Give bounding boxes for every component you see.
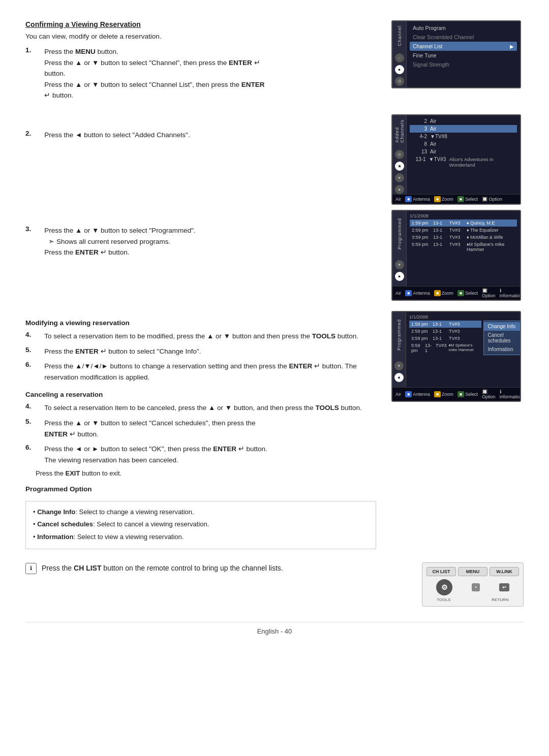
step2-left: 2. Press the ◄ button to select "Added C… xyxy=(25,114,376,205)
prog-item-4: 5:59 pm 13-1 TV#3 ♦M Spillane's mike Ham… xyxy=(410,241,517,253)
remote-menu-btn[interactable]: MENU xyxy=(458,567,487,576)
tv-bottom-bar-4: Air ■ Antenna ■ Zoom ■ Select 🔲 Option ℹ… xyxy=(392,387,520,401)
ch-item-8: 8 Air xyxy=(410,140,517,148)
menu-item-chlist: Channel List ▶ xyxy=(410,42,517,51)
step1-section: Confirming a Viewing Reservation You can… xyxy=(25,20,524,109)
ch-item-13: 13 Air xyxy=(410,148,517,155)
can-step5-content: Press the ▲ or ▼ button to select "Cance… xyxy=(44,418,255,439)
notice-box: • Change Info: Select to change a viewin… xyxy=(25,501,376,549)
menu-item-signal: Signal Strength xyxy=(410,60,517,69)
tip-icon: ℹ xyxy=(25,563,37,574)
context-menu: Change Info Cancel schedules Information xyxy=(483,321,521,355)
screen4-container: Programmed ♥ ● 1/1/2008 1:59 pm 13-1 TV xyxy=(391,311,524,557)
prog4-item-1: 1:59 pm 13-1 TV#3 xyxy=(409,321,481,328)
intro-text: You can view, modify or delete a reserva… xyxy=(25,33,376,40)
sidebar-label-4: Programmed xyxy=(396,317,402,353)
remote-labels: TOOLS RETURN xyxy=(426,597,519,602)
prog-item-3: 3:59 pm 13-1 TV#3 ♦ McMillan & Wife xyxy=(410,234,517,241)
prog-item-2: 2:59 pm 13-1 TV#3 ♦ The Equalizer xyxy=(410,227,517,234)
tv-sidebar-3: Programmed ♥ ● xyxy=(392,211,407,286)
remote-tools-btn[interactable]: ⚙ xyxy=(436,579,452,595)
remote-top-buttons: CH LIST MENU W.LINK xyxy=(426,567,519,576)
remote-center-btn[interactable]: • xyxy=(472,583,479,591)
step3-left: 3. Press the ▲ or ▼ button to select "Pr… xyxy=(25,210,376,301)
step3-number: 3. xyxy=(25,225,31,258)
tv-prog-list-4: 1/1/2008 1:59 pm 13-1 TV#3 2:59 pm 13-1 xyxy=(406,312,521,387)
mod-step6-content: Press the ▲/▼/◄/► buttons to change a re… xyxy=(44,361,376,383)
tv-menu-content-1: Auto Program Clear Scrambled Channel Cha… xyxy=(407,21,520,87)
prog-item-1: 1:59 pm 13-1 TV#3 ♦ Quincy, M.E xyxy=(410,219,517,227)
tip-content: ℹ Press the CH LIST button on the remote… xyxy=(25,562,412,574)
step3-section: 3. Press the ▲ or ▼ button to select "Pr… xyxy=(25,210,524,301)
sidebar-label-3: Programmed xyxy=(397,216,402,251)
ch-item-3: 3 Air xyxy=(410,125,517,133)
tools-label: TOOLS xyxy=(437,597,450,602)
can-step6-num: 6. xyxy=(25,444,31,465)
arrow-right-icon: ▶ xyxy=(510,44,514,49)
sidebar-icon4-a: ♥ xyxy=(394,361,404,370)
sidebar-icon-gear: ⚙ xyxy=(395,77,404,86)
tv-screen-4: Programmed ♥ ● 1/1/2008 1:59 pm 13-1 TV xyxy=(391,311,521,402)
sidebar-icon-search: ○ xyxy=(395,53,404,62)
mod-step4-content: To select a reservation item to be modif… xyxy=(44,331,358,342)
step1-block: 1. Press the MENU button. Press the ▲ or… xyxy=(25,46,376,101)
mod-step5-content: Press the ENTER ↵ button to select "Chan… xyxy=(44,346,201,357)
tv-screen-3: Programmed ♥ ● 1/1/2008 1:59 pm 13-1 TV#… xyxy=(391,210,521,301)
ctx-cancel-schedules: Cancel schedules xyxy=(484,331,521,345)
step3-block: 3. Press the ▲ or ▼ button to select "Pr… xyxy=(25,225,376,258)
remote-chlist-btn[interactable]: CH LIST xyxy=(426,567,456,576)
prog-option-title: Programmed Option xyxy=(25,485,376,493)
modifying-title: Modifying a viewing reservation xyxy=(25,319,376,327)
return-label: RETURN xyxy=(492,597,508,602)
can-step5-num: 5. xyxy=(25,418,31,439)
remote-illustration: CH LIST MENU W.LINK ⚙ • ↩ TOOLS RETURN xyxy=(422,562,524,607)
step2-section: 2. Press the ◄ button to select "Added C… xyxy=(25,114,524,205)
step2-number: 2. xyxy=(25,130,31,141)
tv-sidebar-1: Channel ○ ● ⚙ ◀ ▦ xyxy=(392,21,407,87)
prog-with-context: 1:59 pm 13-1 TV#3 2:59 pm 13-1 TV#3 3:59… xyxy=(409,321,521,355)
exit-text: Press the EXIT button to exit. xyxy=(36,469,376,477)
notice-item-3: • Information: Select to view a viewing … xyxy=(33,531,369,543)
tv-bottom-bar-2: Air ■ Antenna ■ Zoom ■ Select 🔲 Option xyxy=(392,194,520,204)
canceling-title: Canceling a reservation xyxy=(25,391,376,398)
bottom-left: Modifying a viewing reservation 4. To se… xyxy=(25,311,376,557)
step1-left: Confirming a Viewing Reservation You can… xyxy=(25,20,376,109)
ch-item-42: 4-2 ▼TV#8 xyxy=(410,133,517,140)
mod-step4-num: 4. xyxy=(25,331,31,342)
menu-item-autoprog: Auto Program xyxy=(410,23,517,33)
prog-items-4: 1:59 pm 13-1 TV#3 2:59 pm 13-1 TV#3 3:59… xyxy=(409,321,481,355)
prog-date-3: 1/1/2008 xyxy=(410,213,517,218)
sidebar-label-2: Added Channels xyxy=(394,117,405,145)
tip-text: Press the CH LIST button on the remote c… xyxy=(42,562,283,574)
screen3-container: Programmed ♥ ● 1/1/2008 1:59 pm 13-1 TV#… xyxy=(391,210,524,301)
footer-text: English - 40 xyxy=(257,627,292,635)
step1-content: Press the MENU button. Press the ▲ or ▼ … xyxy=(44,46,264,101)
tv-screen-2: Added Channels ⊛ ★ ♥ ● 2 Air 3 xyxy=(391,114,521,205)
ch-item-2: 2 Air xyxy=(410,117,517,125)
menu-item-finetune: Fine Tune xyxy=(410,51,517,60)
tv-channels-list: 2 Air 3 Air 4-2 ▼TV#8 8 Air xyxy=(407,115,520,194)
sidebar-icon4-b: ● xyxy=(394,373,404,382)
menu-item-clear: Clear Scrambled Channel xyxy=(410,33,517,42)
step3-content: Press the ▲ or ▼ button to select "Progr… xyxy=(44,225,195,258)
prog4-item-3: 3:59 pm 13-1 TV#3 xyxy=(409,335,481,342)
can-step4-content: To select a reservation item to be cance… xyxy=(44,402,362,414)
screen1-container: Channel ○ ● ⚙ ◀ ▦ Auto Program Clear Scr… xyxy=(391,20,524,109)
remote-wlink-btn[interactable]: W.LINK xyxy=(490,567,519,576)
screen2-container: Added Channels ⊛ ★ ♥ ● 2 Air 3 xyxy=(391,114,524,205)
sidebar-icon2-d: ● xyxy=(395,185,404,194)
step2-block: 2. Press the ◄ button to select "Added C… xyxy=(25,130,376,141)
tv-bottom-bar-3: Air ■ Antenna ■ Zoom ■ Select 🔲 Option ℹ… xyxy=(392,286,520,300)
prog4-item-4: 5:59 pm 13-1 TV#3 ♦M Spillane's mike Ham… xyxy=(409,342,481,354)
can-step6-content: Press the ◄ or ► button to select "OK", … xyxy=(44,444,267,465)
sidebar-icon3-a: ♥ xyxy=(395,260,404,269)
tv-sidebar-4: Programmed ♥ ● xyxy=(392,312,406,387)
remote-return-btn[interactable]: ↩ xyxy=(499,583,509,591)
notice-item-1: • Change Info: Select to change a viewin… xyxy=(33,507,369,518)
section-title: Confirming a Viewing Reservation xyxy=(25,20,376,28)
step2-content: Press the ◄ button to select "Added Chan… xyxy=(44,130,190,141)
can-step4-num: 4. xyxy=(25,402,31,414)
bottom-section: Modifying a viewing reservation 4. To se… xyxy=(25,311,524,557)
step1-number: 1. xyxy=(25,46,31,101)
notice-item-2: • Cancel schedules: Select to cancel a v… xyxy=(33,519,369,530)
